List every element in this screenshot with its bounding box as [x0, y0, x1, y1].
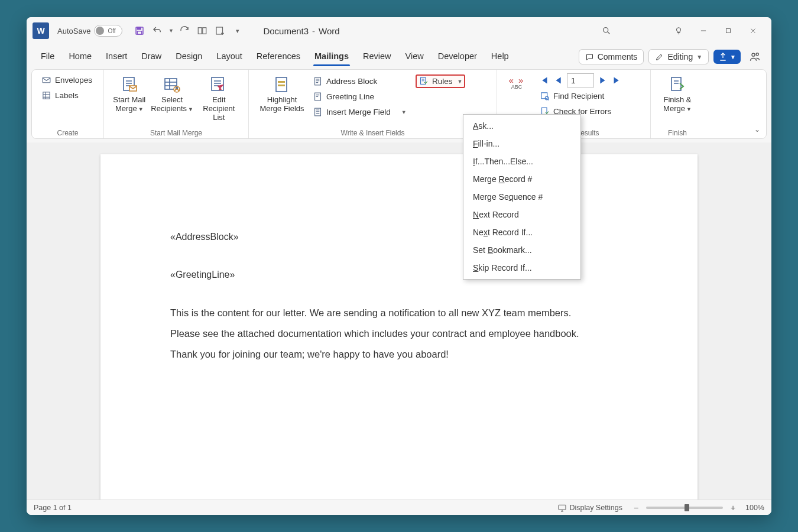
- autosave-toggle[interactable]: Off: [94, 25, 122, 37]
- save-icon[interactable]: [132, 23, 147, 38]
- qat-icon-2[interactable]: [212, 23, 228, 38]
- tab-insert[interactable]: Insert: [99, 48, 134, 66]
- tab-file[interactable]: File: [34, 48, 61, 66]
- finish-merge-button[interactable]: Finish & Merge▼: [658, 73, 697, 113]
- display-settings[interactable]: Display Settings: [569, 504, 622, 512]
- autosave-state: Off: [108, 28, 115, 34]
- svg-rect-3: [199, 28, 202, 34]
- body-p2: Please see the attached documentation wh…: [170, 326, 628, 341]
- svg-rect-25: [541, 93, 547, 99]
- tab-draw[interactable]: Draw: [134, 48, 168, 66]
- rules-menu-ifthenelse[interactable]: If...Then...Else...: [463, 153, 580, 170]
- zoom-out-button[interactable]: −: [632, 503, 640, 512]
- rules-menu-mergerecord[interactable]: Merge Record #: [463, 170, 580, 188]
- tab-design[interactable]: Design: [168, 48, 209, 66]
- app-name: Word: [319, 26, 340, 36]
- address-block-button[interactable]: Address Block: [310, 74, 410, 88]
- maximize-button[interactable]: [716, 21, 741, 40]
- rules-menu-fillin[interactable]: Fill-in...: [463, 135, 580, 153]
- highlight-merge-fields-button[interactable]: Highlight Merge Fields: [256, 73, 308, 113]
- comments-button[interactable]: Comments: [579, 49, 644, 64]
- zoom-in-button[interactable]: +: [729, 503, 737, 512]
- envelopes-button[interactable]: Envelopes: [39, 73, 95, 87]
- prev-record-icon[interactable]: [552, 74, 565, 87]
- account-area[interactable]: [619, 21, 666, 40]
- tab-home[interactable]: Home: [61, 48, 99, 66]
- document-title: Document3-Word: [263, 26, 339, 36]
- group-finish-label: Finish: [658, 128, 697, 137]
- start-mail-merge-button[interactable]: Start Mail Merge▼: [111, 73, 148, 113]
- greeting-line-button[interactable]: Greeting Line: [310, 90, 410, 103]
- rules-dropdown-menu: Ask... Fill-in... If...Then...Else... Me…: [463, 114, 581, 280]
- record-number-input[interactable]: [567, 73, 594, 87]
- qat-icon-1[interactable]: [194, 23, 210, 38]
- tab-mailings[interactable]: Mailings: [307, 48, 356, 66]
- display-settings-icon[interactable]: [557, 503, 567, 512]
- record-nav: [537, 73, 624, 87]
- toggle-knob-icon: [96, 27, 104, 35]
- insert-merge-field-button[interactable]: Insert Merge Field▼: [310, 105, 410, 119]
- page-indicator[interactable]: Page 1 of 1: [34, 504, 72, 512]
- tab-review[interactable]: Review: [356, 48, 398, 66]
- rules-menu-mergeseq[interactable]: Merge Sequence #: [463, 188, 580, 206]
- next-record-icon[interactable]: [596, 74, 609, 87]
- app-window: W AutoSave Off ▼ ▾ Document3-Word File H…: [27, 17, 771, 515]
- body-p1: This is the content for our letter. We a…: [170, 306, 628, 320]
- autosave-label: AutoSave: [57, 27, 90, 35]
- editing-mode-button[interactable]: Editing▼: [648, 49, 709, 64]
- svg-rect-20: [278, 85, 285, 86]
- minimize-button[interactable]: [691, 21, 716, 40]
- page[interactable]: «AddressBlock» «GreetingLine» This is th…: [100, 154, 698, 499]
- redo-icon[interactable]: [177, 23, 192, 38]
- share-button[interactable]: ▼: [713, 50, 741, 64]
- tab-view[interactable]: View: [398, 48, 431, 66]
- select-recipients-button[interactable]: Select Recipients▼: [150, 73, 194, 113]
- svg-point-9: [756, 53, 758, 56]
- ribbon-collapse-icon[interactable]: ⌄: [754, 125, 760, 134]
- find-recipient-button[interactable]: Find Recipient: [537, 89, 624, 103]
- rules-menu-ask[interactable]: Ask...: [463, 117, 580, 135]
- svg-rect-7: [726, 29, 731, 33]
- zoom-thumb-icon[interactable]: [685, 504, 689, 511]
- tab-layout[interactable]: Layout: [209, 48, 249, 66]
- edit-recipient-list-button[interactable]: Edit Recipient List: [197, 73, 241, 122]
- status-bar: Page 1 of 1 Display Settings − + 100%: [27, 499, 771, 515]
- search-icon[interactable]: [594, 21, 619, 40]
- rules-menu-nextrecord[interactable]: Next Record: [463, 206, 580, 223]
- svg-rect-1: [138, 27, 141, 30]
- rules-menu-skiprecordif[interactable]: Skip Record If...: [463, 259, 580, 277]
- last-record-icon[interactable]: [611, 74, 624, 87]
- qat-customize-icon[interactable]: ▾: [230, 23, 245, 38]
- first-record-icon[interactable]: [537, 74, 550, 87]
- svg-rect-19: [278, 81, 285, 83]
- close-button[interactable]: [741, 21, 765, 40]
- group-start-label: Start Mail Merge: [111, 128, 241, 137]
- labels-button[interactable]: Labels: [39, 89, 95, 102]
- svg-rect-27: [542, 108, 547, 114]
- svg-rect-2: [138, 31, 142, 34]
- group-write-label: Write & Insert Fields: [256, 128, 489, 137]
- tab-developer[interactable]: Developer: [431, 48, 484, 66]
- document-area[interactable]: «AddressBlock» «GreetingLine» This is th…: [27, 142, 771, 499]
- title-bar: W AutoSave Off ▼ ▾ Document3-Word: [27, 17, 771, 44]
- undo-dropdown-icon[interactable]: ▼: [167, 23, 174, 38]
- comments-label: Comments: [598, 52, 638, 61]
- preview-results-abc[interactable]: « »ABC: [504, 73, 529, 90]
- svg-rect-23: [315, 108, 321, 116]
- ribbon-tabs: File Home Insert Draw Design Layout Refe…: [27, 44, 771, 69]
- doc-name: Document3: [263, 26, 309, 36]
- rules-menu-setbookmark[interactable]: Set Bookmark...: [463, 241, 580, 259]
- rules-menu-nextrecordif[interactable]: Next Record If...: [463, 223, 580, 241]
- help-bulb-icon[interactable]: [666, 21, 691, 40]
- tab-help[interactable]: Help: [484, 48, 516, 66]
- undo-icon[interactable]: [150, 23, 165, 38]
- rules-button[interactable]: Rules▼: [416, 74, 465, 88]
- tab-references[interactable]: References: [249, 48, 307, 66]
- svg-rect-21: [315, 77, 321, 85]
- group-create-label: Create: [39, 128, 96, 137]
- zoom-slider[interactable]: [646, 507, 723, 509]
- svg-rect-29: [559, 505, 566, 510]
- zoom-level[interactable]: 100%: [745, 504, 764, 512]
- svg-rect-10: [43, 77, 50, 83]
- collab-icon[interactable]: [745, 47, 764, 66]
